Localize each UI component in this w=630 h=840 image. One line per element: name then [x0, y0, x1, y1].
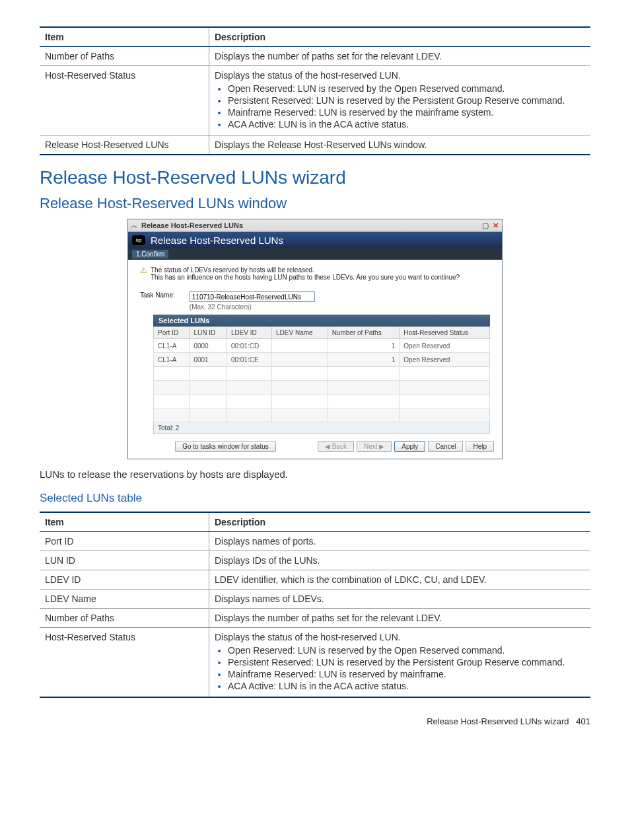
collapse-icon[interactable]: ︽: [131, 221, 137, 230]
dialog-step-bar: 1.Confirm: [128, 248, 502, 260]
dialog-title: Release Host-Reserved LUNs: [151, 235, 283, 246]
maximize-icon[interactable]: ▢: [481, 221, 489, 229]
page-footer: Release Host-Reserved LUNs wizard 401: [40, 716, 590, 726]
heading-selected-luns-table: Selected LUNs table: [40, 492, 590, 505]
cancel-button[interactable]: Cancel: [428, 441, 463, 452]
table-row: LDEV NameDisplays names of LDEVs.: [40, 590, 590, 609]
heading-wizard: Release Host-Reserved LUNs wizard: [40, 167, 590, 188]
table-row: CL1-A 0001 00:01:CE 1 Open Reserved: [154, 353, 490, 367]
apply-button[interactable]: Apply: [394, 441, 425, 452]
warning-line-2: This has an influence on the hosts havin…: [151, 274, 460, 281]
back-button[interactable]: ◀ Back: [318, 441, 354, 452]
col-desc: Description: [209, 512, 591, 532]
table-row: [154, 408, 490, 422]
next-button[interactable]: Next ▶: [357, 441, 392, 452]
warning-icon: ⚠: [140, 266, 147, 274]
table-row: Number of PathsDisplays the number of pa…: [40, 609, 590, 628]
task-name-label: Task Name:: [140, 291, 175, 299]
warning-line-1: The status of LDEVs reserved by hosts wi…: [151, 266, 460, 274]
col-item: Item: [40, 512, 209, 532]
dialog-titlebar: ︽ Release Host-Reserved LUNs ▢ ✕: [128, 219, 502, 232]
release-luns-dialog: ︽ Release Host-Reserved LUNs ▢ ✕ hp Rele…: [127, 219, 503, 459]
go-to-tasks-button[interactable]: Go to tasks window for status: [175, 441, 276, 452]
table-row: [154, 395, 490, 408]
col-item: Item: [40, 27, 209, 47]
grid-total: Total: 2: [153, 422, 490, 434]
table-row: LDEV IDLDEV identifier, which is the com…: [40, 570, 590, 590]
selected-luns-grid: Port ID LUN ID LDEV ID LDEV Name Number …: [153, 326, 490, 422]
lower-doc-table: Item Description Port IDDisplays names o…: [40, 512, 590, 698]
table-row: Host-Reserved Status Displays the status…: [40, 66, 590, 135]
help-button[interactable]: Help: [466, 441, 494, 452]
selected-luns-header: Selected LUNs: [153, 315, 490, 326]
table-row: Port IDDisplays names of ports.: [40, 532, 590, 551]
table-row: CL1-A 0000 00:01:CD 1 Open Reserved: [154, 339, 490, 353]
dialog-header-bar: hp Release Host-Reserved LUNs: [128, 232, 502, 248]
task-name-input[interactable]: [190, 291, 315, 302]
task-name-hint: (Max. 32 Characters): [190, 303, 315, 311]
table-row: Release Host-Reserved LUNs Displays the …: [40, 135, 590, 155]
step-confirm: 1.Confirm: [132, 250, 168, 258]
table-row: [154, 367, 490, 381]
dialog-window-title: Release Host-Reserved LUNs: [141, 221, 479, 229]
heading-window: Release Host-Reserved LUNs window: [40, 195, 590, 212]
table-row: LUN IDDisplays IDs of the LUNs.: [40, 551, 590, 570]
close-icon[interactable]: ✕: [491, 221, 499, 229]
table-row: Number of Paths Displays the number of p…: [40, 47, 590, 66]
upper-doc-table: Item Description Number of Paths Display…: [40, 26, 590, 155]
hp-logo-icon: hp: [132, 235, 145, 245]
col-desc: Description: [209, 27, 591, 47]
table-row: Host-Reserved Status Displays the status…: [40, 628, 590, 698]
intro-text: LUNs to release the reservations by host…: [40, 469, 590, 480]
table-row: [154, 381, 490, 395]
